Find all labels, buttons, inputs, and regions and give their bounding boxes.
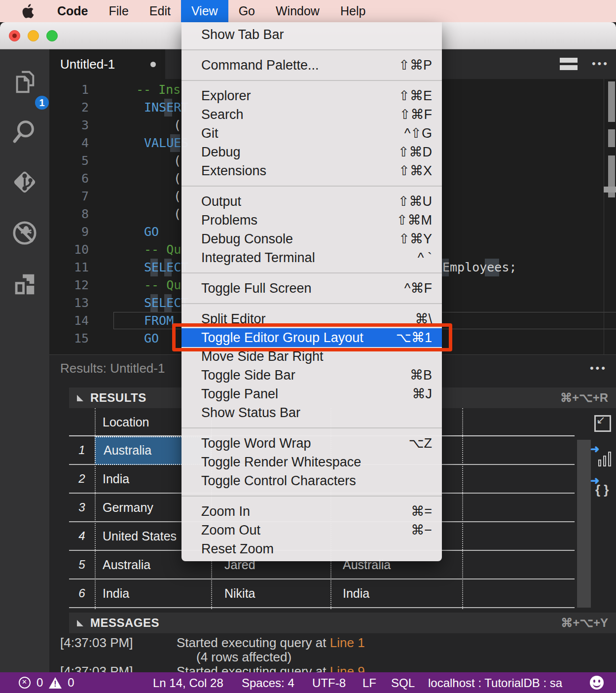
- menubar-item-go[interactable]: Go: [228, 0, 265, 22]
- error-icon: [19, 677, 31, 689]
- panel-more-actions-icon[interactable]: •••: [590, 362, 607, 375]
- menu-item-toggle-full-screen[interactable]: Toggle Full Screen^⌘F: [181, 279, 442, 298]
- feedback-smiley-icon[interactable]: [590, 676, 604, 690]
- menubar-item-view[interactable]: View: [181, 0, 228, 22]
- zoom-window-button[interactable]: [46, 30, 58, 41]
- minimize-window-button[interactable]: [28, 30, 39, 41]
- messages-shortcut: ⌘+⌥+Y: [561, 616, 608, 630]
- results-section-label: RESULTS: [90, 391, 146, 405]
- menu-item-split-editor[interactable]: Split Editor⌘\: [181, 309, 442, 328]
- editor-more-actions-icon[interactable]: •••: [592, 57, 609, 70]
- menu-item-zoom-out[interactable]: Zoom Out⌘−: [181, 521, 442, 539]
- table-row[interactable]: 6IndiaNikitaIndia: [69, 579, 575, 608]
- menu-item-toggle-side-bar[interactable]: Toggle Side Bar⌘B: [181, 366, 442, 385]
- menu-item-search[interactable]: Search⇧⌘F: [181, 105, 442, 124]
- menu-item-label: Search: [201, 107, 244, 122]
- menu-item-toggle-control-characters[interactable]: Toggle Control Characters: [181, 471, 442, 490]
- menu-item-label: Move Side Bar Right: [201, 349, 324, 364]
- export-json-icon[interactable]: ➜{ }: [594, 478, 614, 498]
- code-text: GO: [144, 223, 159, 241]
- menu-item-label: Command Palette...: [201, 58, 319, 73]
- menu-item-debug-console[interactable]: Debug Console⇧⌘Y: [181, 230, 442, 248]
- apple-menu[interactable]: [0, 0, 47, 22]
- menu-item-toggle-word-wrap[interactable]: Toggle Word Wrap⌥Z: [181, 434, 442, 453]
- code-text: FROM: [144, 312, 174, 330]
- git-icon[interactable]: [11, 169, 38, 195]
- column-separator[interactable]: [95, 408, 96, 609]
- message-line: [4:37:03 PM]Started executing query at L…: [49, 635, 616, 650]
- menubar-item-label: File: [109, 4, 129, 18]
- menu-item-toggle-editor-group-layout[interactable]: Toggle Editor Group Layout⌥⌘1: [181, 328, 442, 347]
- status-indentation[interactable]: Spaces: 4: [242, 676, 294, 690]
- status-eol[interactable]: LF: [362, 676, 376, 690]
- menu-separator: [181, 303, 442, 304]
- warning-count: 0: [68, 676, 74, 690]
- menubar-item-file[interactable]: File: [99, 0, 139, 22]
- status-cursor-position[interactable]: Ln 14, Col 28: [153, 676, 223, 690]
- line-number: 3: [49, 116, 89, 134]
- cell-location: United States: [103, 529, 177, 543]
- messages-section-label: MESSAGES: [90, 616, 159, 630]
- code-text: (: [174, 170, 181, 188]
- menu-item-output[interactable]: Output⇧⌘U: [181, 192, 442, 211]
- menu-item-show-tab-bar[interactable]: Show Tab Bar: [181, 25, 442, 44]
- menu-separator: [181, 49, 442, 50]
- explorer-icon[interactable]: 1: [11, 69, 38, 96]
- column-header-location: Location: [103, 415, 149, 429]
- export-chart-icon[interactable]: ➜: [594, 447, 614, 466]
- menu-item-label: Integrated Terminal: [201, 250, 315, 265]
- problems-indicator[interactable]: 0 0: [19, 672, 74, 693]
- message-line-link[interactable]: Line 9: [330, 664, 365, 672]
- menu-item-label: Show Tab Bar: [201, 27, 284, 42]
- search-icon[interactable]: [11, 118, 38, 145]
- results-scrollbar[interactable]: [577, 440, 591, 608]
- menubar-item-help[interactable]: Help: [330, 0, 376, 22]
- menu-item-label: Extensions: [201, 163, 266, 178]
- column-separator[interactable]: [462, 408, 463, 609]
- minimap-block[interactable]: [608, 129, 615, 147]
- menu-item-explorer[interactable]: Explorer⇧⌘E: [181, 86, 442, 105]
- menu-separator: [181, 496, 442, 497]
- split-editor-icon[interactable]: [560, 58, 578, 71]
- modified-dot-icon: [150, 62, 156, 67]
- maximize-panel-icon[interactable]: ↙: [594, 415, 611, 432]
- minimap-block[interactable]: [608, 81, 615, 122]
- apple-logo-icon: [22, 4, 35, 19]
- menubar-item-window[interactable]: Window: [265, 0, 330, 22]
- close-window-button[interactable]: [9, 30, 20, 41]
- status-language-mode[interactable]: SQL: [391, 676, 415, 690]
- menu-item-shortcut: ⇧⌘D: [398, 143, 432, 161]
- tab-untitled-1[interactable]: Untitled-1: [49, 49, 165, 79]
- menubar-item-edit[interactable]: Edit: [139, 0, 181, 22]
- error-count: 0: [36, 676, 43, 690]
- debug-disabled-icon[interactable]: [11, 220, 38, 246]
- menu-separator: [181, 186, 442, 187]
- menu-item-extensions[interactable]: Extensions⇧⌘X: [181, 161, 442, 180]
- row-number: 1: [69, 443, 95, 457]
- extensions-icon[interactable]: [11, 271, 38, 298]
- message-line-link[interactable]: Line 1: [330, 635, 365, 650]
- menu-separator: [181, 427, 442, 428]
- message-line: [4:37:03 PM]Started executing query at L…: [49, 664, 616, 672]
- menu-item-show-status-bar[interactable]: Show Status Bar: [181, 403, 442, 422]
- menu-item-reset-zoom[interactable]: Reset Zoom: [181, 539, 442, 558]
- status-connection[interactable]: localhost : TutorialDB : sa: [428, 676, 562, 690]
- menu-item-command-palette[interactable]: Command Palette...⇧⌘P: [181, 56, 442, 75]
- menu-item-git[interactable]: Git^⇧G: [181, 124, 442, 143]
- code-text: (: [174, 205, 181, 223]
- menu-item-toggle-panel[interactable]: Toggle Panel⌘J: [181, 385, 442, 403]
- menu-item-problems[interactable]: Problems⇧⌘M: [181, 211, 442, 230]
- menubar-item-code[interactable]: Code: [47, 0, 99, 22]
- menu-item-debug[interactable]: Debug⇧⌘D: [181, 143, 442, 161]
- menu-item-toggle-render-whitespace[interactable]: Toggle Render Whitespace: [181, 453, 442, 471]
- menu-item-shortcut: ⇧⌘E: [399, 86, 432, 105]
- menu-item-zoom-in[interactable]: Zoom In⌘=: [181, 502, 442, 521]
- messages-section-header[interactable]: MESSAGES ⌘+⌥+Y: [69, 613, 616, 633]
- status-encoding[interactable]: UTF-8: [312, 676, 346, 690]
- menu-item-move-side-bar-right[interactable]: Move Side Bar Right: [181, 347, 442, 366]
- menu-item-integrated-terminal[interactable]: Integrated Terminal^ `: [181, 248, 442, 267]
- cell-location: Germany: [103, 500, 153, 515]
- menu-item-label: Toggle Editor Group Layout: [201, 330, 363, 345]
- menu-item-shortcut: ^⇧G: [404, 124, 432, 143]
- code-text: (: [174, 188, 181, 205]
